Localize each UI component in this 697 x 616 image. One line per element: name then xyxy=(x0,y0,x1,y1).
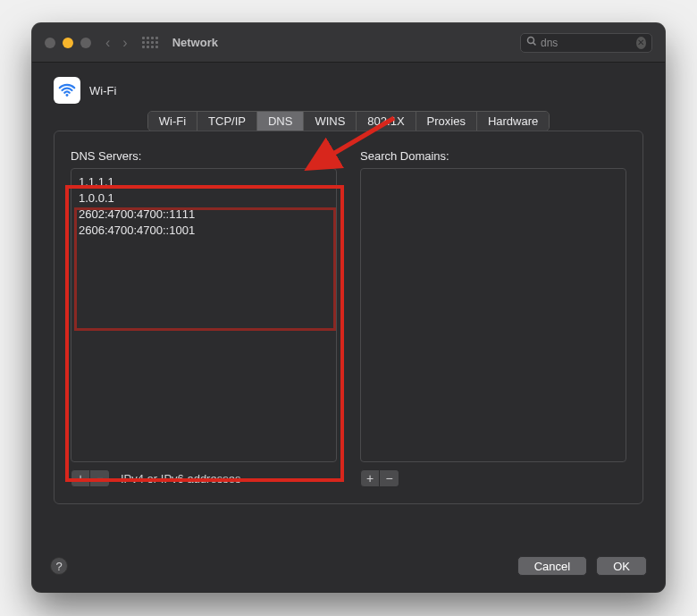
window-title: Network xyxy=(172,36,218,49)
dns-hint: IPv4 or IPv6 addresses xyxy=(121,472,240,485)
svg-point-2 xyxy=(66,94,69,97)
search-domains-column: Search Domains: + − xyxy=(360,149,626,487)
tab-tcpip[interactable]: TCP/IP xyxy=(197,112,257,131)
tab-wifi[interactable]: Wi-Fi xyxy=(148,112,197,131)
interface-name: Wi-Fi xyxy=(89,84,116,97)
content-area: Wi-Fi Wi-FiTCP/IPDNSWINS802.1XProxiesHar… xyxy=(32,63,665,520)
dns-servers-label: DNS Servers: xyxy=(71,149,337,163)
cancel-button[interactable]: Cancel xyxy=(517,556,587,576)
svg-point-0 xyxy=(528,38,534,44)
zoom-window-button[interactable] xyxy=(80,38,91,48)
footer: ? Cancel OK xyxy=(32,545,665,592)
dns-server-row[interactable]: 1.1.1.1 xyxy=(79,174,329,190)
search-icon xyxy=(526,36,537,49)
dns-server-row[interactable]: 2602:4700:4700::1111 xyxy=(79,207,329,223)
remove-dns-server-button[interactable]: − xyxy=(90,469,110,487)
ok-button[interactable]: OK xyxy=(596,556,647,576)
tabstrip: Wi-FiTCP/IPDNSWINS802.1XProxiesHardware xyxy=(147,111,550,131)
show-all-prefs-button[interactable] xyxy=(142,37,158,49)
preferences-window: ‹ › Network ✕ xyxy=(32,23,665,592)
dns-server-row[interactable]: 2606:4700:4700::1001 xyxy=(79,223,329,239)
dns-server-row[interactable]: 1.0.0.1 xyxy=(79,190,329,207)
traffic-lights xyxy=(45,38,91,48)
tab-dns[interactable]: DNS xyxy=(257,112,304,131)
help-button[interactable]: ? xyxy=(50,557,68,575)
tab-proxies[interactable]: Proxies xyxy=(416,112,477,131)
svg-line-1 xyxy=(533,43,536,46)
wifi-icon xyxy=(54,77,80,104)
tab-8021x[interactable]: 802.1X xyxy=(357,112,416,131)
tab-wins[interactable]: WINS xyxy=(304,112,357,131)
dns-servers-column: DNS Servers: 1.1.1.11.0.0.12602:4700:470… xyxy=(71,149,337,487)
tab-hardware[interactable]: Hardware xyxy=(477,112,549,131)
titlebar: ‹ › Network ✕ xyxy=(32,23,665,63)
interface-header: Wi-Fi xyxy=(54,77,643,104)
remove-search-domain-button[interactable]: − xyxy=(380,469,399,487)
forward-button[interactable]: › xyxy=(122,35,127,51)
search-input[interactable] xyxy=(541,37,636,49)
search-domains-list[interactable] xyxy=(360,168,626,462)
search-field-wrap[interactable]: ✕ xyxy=(520,33,652,53)
search-domains-label: Search Domains: xyxy=(360,149,626,163)
add-dns-server-button[interactable]: + xyxy=(71,469,90,487)
minimize-window-button[interactable] xyxy=(63,38,73,48)
add-search-domain-button[interactable]: + xyxy=(360,469,380,487)
back-button[interactable]: ‹ xyxy=(105,35,110,51)
close-window-button[interactable] xyxy=(45,38,55,48)
nav-arrows: ‹ › xyxy=(105,35,128,51)
dns-servers-list[interactable]: 1.1.1.11.0.0.12602:4700:4700::11112606:4… xyxy=(71,168,337,462)
dns-panel: DNS Servers: 1.1.1.11.0.0.12602:4700:470… xyxy=(54,131,643,504)
clear-search-button[interactable]: ✕ xyxy=(636,37,646,49)
